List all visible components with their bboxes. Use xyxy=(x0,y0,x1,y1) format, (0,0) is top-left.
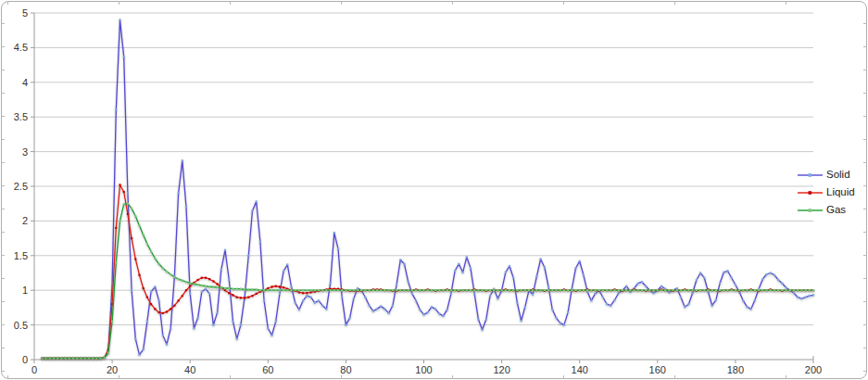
frame-edge-tick xyxy=(1,162,5,163)
y-tick-label: 0.5 xyxy=(14,320,28,331)
x-tick-label: 60 xyxy=(262,364,273,375)
legend-item-gas[interactable]: Gas xyxy=(798,201,855,219)
frame-edge-tick xyxy=(863,232,867,233)
frame-edge-tick xyxy=(863,278,867,279)
y-tick-label: 4 xyxy=(22,77,28,88)
legend-item-solid[interactable]: Solid xyxy=(798,166,855,184)
y-tick-label: 5 xyxy=(22,7,28,19)
y-tick-label: 4.5 xyxy=(14,42,28,53)
frame-edge-tick xyxy=(341,1,342,5)
frame-edge-tick xyxy=(1,139,5,140)
frame-edge-tick xyxy=(863,93,867,94)
frame-edge-tick xyxy=(863,70,867,70)
x-tick-label: 140 xyxy=(572,364,588,375)
y-tick-label: 2 xyxy=(22,215,28,226)
legend-label-liquid: Liquid xyxy=(826,187,855,198)
frame-edge-tick xyxy=(1,232,5,233)
frame-edge-tick xyxy=(863,301,867,302)
frame-edge-tick xyxy=(863,371,867,372)
chart-window: 02040608010012014016018020000.511.522.53… xyxy=(0,0,868,380)
frame-edge-tick xyxy=(563,375,564,379)
frame-edge-tick xyxy=(863,185,867,186)
frame-edge-tick xyxy=(7,375,8,379)
frame-edge-tick xyxy=(119,1,120,5)
y-tick-label: 1 xyxy=(22,285,28,296)
frame-edge-tick xyxy=(1,301,5,302)
frame-edge-tick xyxy=(563,1,564,5)
x-tick-label: 200 xyxy=(805,364,822,375)
frame-edge-tick xyxy=(230,375,231,379)
frame-edge-tick xyxy=(341,375,342,379)
y-tick-label: 0 xyxy=(22,354,28,365)
frame-edge-tick xyxy=(863,162,867,163)
frame-edge-tick xyxy=(674,1,675,5)
x-tick-label: 100 xyxy=(415,364,432,375)
frame-edge-tick xyxy=(863,324,867,325)
frame-edge-tick xyxy=(1,255,5,256)
x-tick-label: 80 xyxy=(340,364,351,375)
y-tick-label: 1.5 xyxy=(14,250,28,261)
frame-edge-tick xyxy=(863,348,867,348)
series-liquid xyxy=(41,184,814,359)
frame-edge-tick xyxy=(230,1,231,5)
frame-edge-tick xyxy=(452,1,453,5)
series-gas xyxy=(41,203,814,360)
legend-swatch-solid-icon xyxy=(798,171,823,179)
frame-edge-tick xyxy=(863,255,867,256)
frame-edge-tick xyxy=(1,116,5,117)
legend: Solid Liquid Gas xyxy=(798,166,855,219)
frame-edge-tick xyxy=(1,324,5,325)
frame-edge-tick xyxy=(1,278,5,279)
frame-edge-tick xyxy=(1,185,5,186)
legend-swatch-gas-icon xyxy=(798,207,823,214)
frame-edge-tick xyxy=(1,46,5,47)
x-tick-label: 180 xyxy=(727,364,744,375)
legend-label-gas: Gas xyxy=(826,205,846,216)
frame-edge-tick xyxy=(1,70,5,70)
x-tick-label: 20 xyxy=(107,364,118,375)
frame-edge-tick xyxy=(1,23,5,24)
y-tick-label: 3.5 xyxy=(14,111,28,122)
legend-label-solid: Solid xyxy=(826,170,850,181)
frame-edge-tick xyxy=(1,371,5,372)
y-tick-label: 3 xyxy=(22,146,28,158)
frame-edge-tick xyxy=(786,375,786,379)
legend-swatch-liquid-icon xyxy=(798,189,823,196)
x-tick-label: 160 xyxy=(649,364,666,375)
x-tick-label: 0 xyxy=(31,364,37,375)
frame-edge-tick xyxy=(1,93,5,94)
frame-edge-tick xyxy=(863,23,867,24)
x-tick-label: 40 xyxy=(184,364,195,375)
frame-edge-tick xyxy=(7,1,8,5)
frame-edge-tick xyxy=(786,1,786,5)
frame-edge-tick xyxy=(452,375,453,379)
frame-edge-tick xyxy=(863,116,867,117)
frame-edge-tick xyxy=(1,348,5,348)
y-tick-label: 2.5 xyxy=(14,181,28,192)
frame-edge-tick xyxy=(1,209,5,209)
frame-edge-tick xyxy=(674,375,675,379)
frame-edge-tick xyxy=(863,46,867,47)
legend-item-liquid[interactable]: Liquid xyxy=(798,184,855,201)
series-solid xyxy=(41,19,814,359)
chart-canvas: 02040608010012014016018020000.511.522.53… xyxy=(0,0,868,380)
frame-edge-tick xyxy=(863,209,867,209)
frame-edge-tick xyxy=(863,139,867,140)
frame-edge-tick xyxy=(119,375,120,379)
x-tick-label: 120 xyxy=(493,364,509,375)
